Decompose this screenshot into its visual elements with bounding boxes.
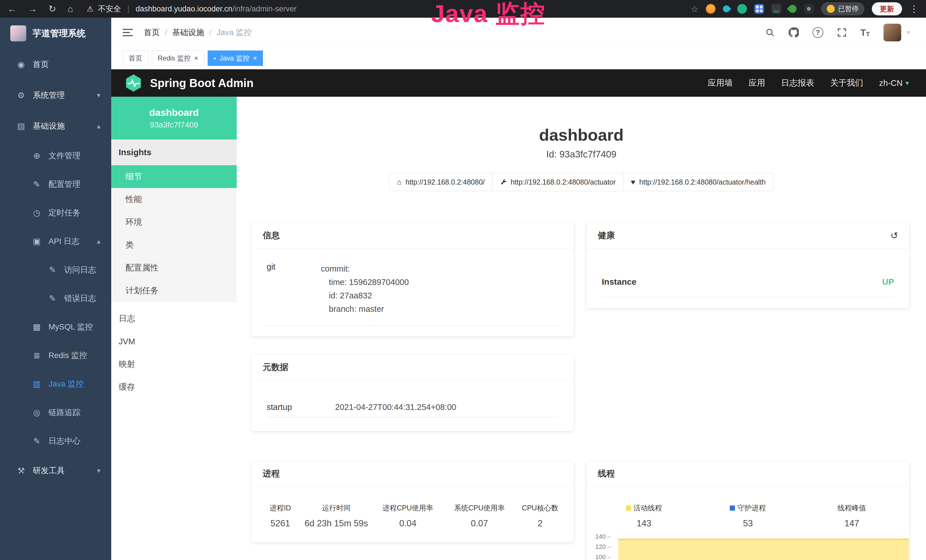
sba-nav-about[interactable]: 关于我们 [830,77,863,89]
table-row: startup 2021-04-27T00:44:31.254+08:00 [267,403,558,417]
sba-item-scheduled-tasks[interactable]: 计划任务 [111,279,237,302]
process-card: 进程 进程ID 5261 运行时间 6d 23h 15m 59s [251,461,574,543]
bookmark-star-icon[interactable]: ☆ [691,4,698,14]
search-icon[interactable] [765,28,775,37]
font-size-icon[interactable]: TT [860,27,870,38]
sidebar-item-infrastructure[interactable]: ▤ 基础设施 ▴ [0,111,111,141]
sidebar-item-devtools[interactable]: ⚒ 研发工具 ▾ [0,455,111,486]
column-header: CPU核心数 [512,503,568,513]
annotation-java-monitor: Java 监控 [431,0,545,30]
github-icon[interactable] [788,27,799,38]
sidebar-item-error-logs[interactable]: ✎ 错误日志 [0,284,111,313]
sba-item-performance[interactable]: 性能 [111,188,237,211]
address-bar[interactable]: ⚠ 不安全 | dashboard.yudao.iocoder.cn/infra… [87,4,297,14]
sidebar-item-mysql-monitor[interactable]: ▦ MySQL 监控 [0,313,111,341]
breadcrumb-separator: / [209,28,212,37]
sidebar-item-java-monitor[interactable]: ▥ Java 监控 [0,370,111,398]
update-button[interactable]: 更新 [872,2,902,15]
daemon-threads-legend: 守护进程 53 [696,503,800,529]
info-key: git [267,262,321,316]
help-icon[interactable]: ? [813,27,823,38]
instance-id-line: Id: 93a3fc7f7409 [237,149,926,160]
health-url-link[interactable]: ♥ http://192.168.0.2:48080/actuator/heal… [623,173,773,191]
cpu-cores: CPU核心数 2 [512,503,568,529]
wrench-icon [500,179,507,185]
sidebar-item-label: Redis 监控 [48,350,87,361]
link-label: http://192.168.0.2:48080/ [406,178,485,186]
home-icon: ⌂ [397,178,401,186]
sidebar-collapse-icon[interactable] [123,28,133,37]
sba-item-config-props[interactable]: 配置属性 [111,256,237,279]
sba-nav-journal[interactable]: 日志报表 [781,77,814,89]
tab-label: Redis 监控 [158,54,191,63]
close-icon[interactable]: × [253,55,257,62]
spring-boot-admin-logo-icon [124,74,142,92]
sba-instance-block[interactable]: dashboard 93a3fc7f7409 [111,97,237,139]
legend-value: 53 [696,518,800,529]
sidebar-item-label: 研发工具 [33,465,65,476]
emoji-face-icon [827,5,835,13]
breadcrumb-separator: / [165,28,167,37]
instance-url-link[interactable]: ⌂ http://192.168.0.2:48080/ [389,173,493,191]
back-icon[interactable]: ← [8,4,17,14]
table-row: Instance UP [602,277,894,297]
actuator-url-link[interactable]: http://192.168.0.2:48080/actuator [492,173,623,191]
breadcrumb-infrastructure[interactable]: 基础设施 [172,27,204,38]
sba-language-select[interactable]: zh-CN ▾ [879,79,909,88]
close-icon[interactable]: × [194,55,198,62]
browser-menu-icon[interactable]: ⋮ [909,3,918,14]
extension-circle-icon[interactable] [737,4,747,14]
sba-item-jvm[interactable]: JVM [111,330,237,353]
sba-language-label: zh-CN [879,79,903,88]
sidebar-item-log-center[interactable]: ✎ 日志中心 [0,427,111,455]
sba-item-caches[interactable]: 缓存 [111,376,237,398]
tab-label: Java 监控 [219,54,250,63]
sba-item-environment[interactable]: 环境 [111,211,237,234]
sidebar-item-api-logs[interactable]: ▣ API 日志 ▴ [0,227,111,256]
sba-nav-wallboard[interactable]: 应用墙 [708,77,732,89]
sidebar-item-system[interactable]: ⚙ 系统管理 ▾ [0,80,111,111]
extension-on-icon[interactable]: on [772,4,781,14]
history-icon[interactable]: ↺ [890,230,898,241]
error-log-icon: ✎ [47,294,58,303]
sba-item-details[interactable]: 细节 [111,165,237,188]
app-logo[interactable]: 芋道管理系统 [0,18,111,49]
refresh-icon[interactable]: ↻ [48,3,56,14]
chevron-down-icon: ▾ [905,79,909,87]
extension-grid-icon[interactable] [754,4,764,14]
sidebar-item-label: API 日志 [48,236,80,247]
sidebar-item-label: 错误日志 [64,293,96,304]
paused-badge[interactable]: 已暂停 [821,2,864,15]
sba-nav-applications[interactable]: 应用 [749,77,765,89]
tab-redis-monitor[interactable]: Redis 监控 × [152,50,204,66]
sidebar-item-label: 访问日志 [64,265,96,275]
chevron-down-icon: ▾ [97,467,100,475]
sidebar-item-access-logs[interactable]: ✎ 访问日志 [0,256,111,284]
page-title: dashboard [237,125,926,144]
sidebar-item-redis-monitor[interactable]: ≣ Redis 监控 [0,341,111,370]
fullscreen-icon[interactable] [837,28,847,37]
sidebar-item-home[interactable]: ◉ 首页 [0,49,111,80]
sidebar-item-config-management[interactable]: ✎ 配置管理 [0,170,111,198]
live-threads-area [618,539,909,560]
info-value-line: id: 27aa832 [321,289,409,303]
sidebar-item-scheduled-tasks[interactable]: ◷ 定时任务 [0,198,111,227]
sba-item-classes[interactable]: 类 [111,234,237,256]
extension-icon[interactable] [706,4,716,14]
forward-icon[interactable]: → [28,4,37,14]
sba-item-mappings[interactable]: 映射 [111,353,237,376]
extension-leaf-icon[interactable] [787,3,798,15]
sba-brand: Spring Boot Admin [124,74,254,92]
column-header: 进程CPU使用率 [369,503,447,513]
sidebar-item-tracing[interactable]: ◎ 链路追踪 [0,398,111,427]
user-avatar[interactable] [884,24,901,41]
extensions-puzzle-icon[interactable] [804,4,814,14]
extension-drop-icon[interactable] [722,4,731,14]
breadcrumb-home[interactable]: 首页 [144,27,160,38]
tab-java-monitor[interactable]: ● Java 监控 × [207,50,263,66]
y-axis-tick: 100 [586,554,611,560]
browser-home-icon[interactable]: ⌂ [68,4,73,14]
sidebar-item-file-management[interactable]: ⊕ 文件管理 [0,141,111,170]
sba-item-logs[interactable]: 日志 [111,307,237,330]
tab-home[interactable]: 首页 [123,50,148,66]
